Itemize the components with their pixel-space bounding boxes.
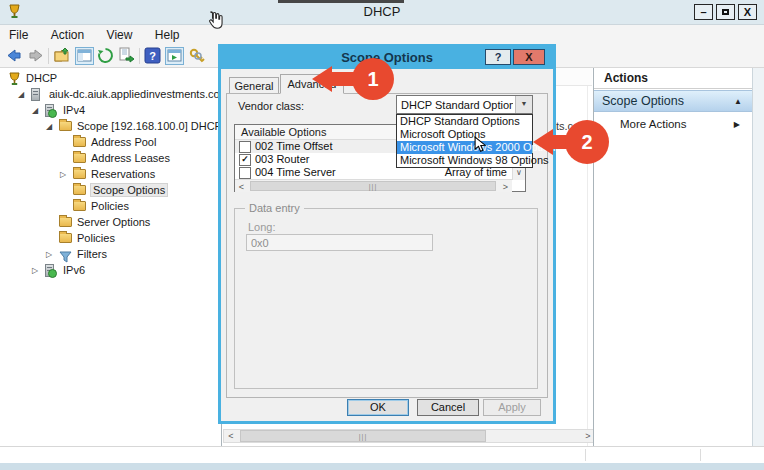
folder-up-icon[interactable] bbox=[54, 47, 72, 65]
dialog-close-button[interactable]: X bbox=[513, 49, 545, 65]
cropped-overlay-fragment bbox=[278, 0, 404, 3]
tree-expander-icon[interactable]: ◢ bbox=[32, 106, 42, 116]
tree-item-server[interactable]: ◢ aiuk-dc.aiuk.appliedinvestments.co.u bbox=[0, 87, 222, 103]
status-bar bbox=[0, 446, 764, 463]
ipv4-server-icon bbox=[45, 104, 54, 117]
menu-file[interactable]: File bbox=[0, 26, 37, 42]
long-value-text: 0x0 bbox=[251, 237, 269, 249]
tree-expander-icon[interactable]: ◢ bbox=[46, 122, 56, 132]
toolbar-separator bbox=[139, 48, 140, 64]
more-actions-label: More Actions bbox=[620, 118, 686, 130]
tree-item-label: Filters bbox=[77, 248, 107, 260]
callout-1-arrow bbox=[312, 66, 332, 92]
tree-item-label: DHCP bbox=[26, 72, 57, 84]
scroll-right-icon[interactable]: > bbox=[499, 181, 512, 192]
back-icon[interactable] bbox=[6, 47, 24, 65]
tree-item-ipv4[interactable]: ◢ IPv4 bbox=[0, 103, 222, 119]
combobox-dropdown-icon[interactable]: ▼ bbox=[515, 96, 532, 113]
export-list-icon[interactable] bbox=[118, 47, 136, 65]
tree-item-label: aiuk-dc.aiuk.appliedinvestments.co.u bbox=[49, 88, 221, 100]
more-actions-item[interactable]: More Actions ▶ bbox=[594, 115, 752, 135]
tab-general[interactable]: General bbox=[229, 77, 279, 94]
tree-expander-icon[interactable]: ▷ bbox=[60, 170, 70, 180]
menu-action[interactable]: Action bbox=[42, 26, 93, 42]
actions-section-scope-options[interactable]: Scope Options ▲ bbox=[594, 90, 752, 112]
status-bar-divider bbox=[700, 449, 701, 461]
tree-item-address-pool[interactable]: Address Pool bbox=[0, 135, 222, 151]
cancel-button[interactable]: Cancel bbox=[417, 399, 479, 416]
hand-cursor-icon bbox=[203, 8, 225, 36]
checkbox-unchecked[interactable] bbox=[239, 141, 251, 153]
svg-text:?: ? bbox=[149, 50, 156, 62]
option-label: 002 Time Offset bbox=[255, 140, 332, 152]
tree-item-policies-server[interactable]: Policies bbox=[0, 231, 222, 247]
checkbox-unchecked[interactable] bbox=[239, 167, 251, 179]
refresh-icon[interactable] bbox=[97, 47, 115, 65]
forward-icon[interactable] bbox=[27, 47, 45, 65]
minimize-button[interactable]: – bbox=[694, 4, 713, 20]
dropdown-option[interactable]: Microsoft Windows 98 Options bbox=[397, 154, 532, 167]
tree-expander-icon[interactable]: ▷ bbox=[46, 250, 56, 260]
tree-expander-icon[interactable]: ▷ bbox=[32, 266, 42, 276]
callout-1-arrow-body bbox=[330, 72, 354, 86]
maximize-button[interactable] bbox=[716, 4, 735, 20]
submenu-arrow-icon: ▶ bbox=[734, 120, 740, 129]
dropdown-option[interactable]: DHCP Standard Options bbox=[397, 115, 532, 128]
scroll-down-icon[interactable]: ∨ bbox=[513, 167, 525, 180]
callout-2-arrow bbox=[533, 129, 553, 155]
collapse-icon[interactable]: ▲ bbox=[734, 97, 742, 106]
tree-item-policies-scope[interactable]: Policies bbox=[0, 199, 222, 215]
scope-options-dialog: Scope Options ? X General Advanced Vendo… bbox=[218, 44, 556, 424]
right-gutter bbox=[752, 68, 764, 446]
tree-item-filters[interactable]: ▷ Filters bbox=[0, 247, 222, 263]
checkbox-checked[interactable]: ✓ bbox=[239, 154, 251, 166]
show-window-icon[interactable] bbox=[165, 47, 184, 65]
tree-item-label: Policies bbox=[91, 200, 129, 212]
dropdown-option-highlighted[interactable]: Microsoft Windows 2000 Options bbox=[397, 141, 532, 154]
scroll-left-icon[interactable]: < bbox=[224, 430, 238, 442]
close-button[interactable]: X bbox=[738, 4, 757, 20]
dropdown-option[interactable]: Microsoft Options bbox=[397, 128, 532, 141]
scope-folder-icon bbox=[59, 121, 72, 131]
menu-help[interactable]: Help bbox=[146, 26, 189, 42]
tree-item-address-leases[interactable]: Address Leases bbox=[0, 151, 222, 167]
options-horizontal-scrollbar[interactable]: < ||| > bbox=[235, 179, 512, 192]
menu-view[interactable]: View bbox=[98, 26, 142, 42]
tree-item-dhcp-root[interactable]: DHCP bbox=[0, 71, 222, 87]
results-horizontal-scrollbar[interactable]: < ||| > bbox=[223, 429, 596, 443]
console-tree-icon[interactable] bbox=[75, 47, 94, 65]
dialog-help-button[interactable]: ? bbox=[485, 49, 511, 65]
actions-header-label: Actions bbox=[604, 71, 648, 85]
actions-panel: Actions Scope Options ▲ More Actions ▶ bbox=[593, 68, 751, 446]
title-bar: DHCP – X bbox=[0, 0, 764, 25]
scrollbar-thumb[interactable]: ||| bbox=[240, 430, 486, 442]
status-bar-divider bbox=[585, 449, 586, 461]
tree-item-label: IPv6 bbox=[63, 264, 85, 276]
tree-item-server-options[interactable]: Server Options bbox=[0, 215, 222, 231]
address-pool-folder-icon bbox=[73, 137, 86, 147]
keys-icon[interactable] bbox=[188, 47, 206, 65]
long-value-input[interactable]: 0x0 bbox=[246, 234, 433, 251]
tree-item-scope-options[interactable]: Scope Options bbox=[0, 183, 222, 199]
address-leases-folder-icon bbox=[73, 153, 86, 163]
apply-button[interactable]: Apply bbox=[483, 399, 541, 416]
reservations-folder-icon bbox=[73, 169, 86, 179]
vendor-class-combobox[interactable]: DHCP Standard Options ▼ bbox=[396, 95, 533, 114]
policies-folder-icon bbox=[59, 233, 72, 243]
tree-item-scope[interactable]: ◢ Scope [192.168.100.0] DHCP bbox=[0, 119, 222, 135]
tree-expander-icon[interactable]: ◢ bbox=[18, 90, 28, 100]
tree-item-ipv6[interactable]: ▷ IPv6 bbox=[0, 263, 222, 279]
scope-options-folder-icon bbox=[73, 185, 86, 195]
option-label: 003 Router bbox=[255, 153, 309, 165]
help-icon[interactable]: ? bbox=[144, 47, 162, 65]
console-tree-panel: DHCP ◢ aiuk-dc.aiuk.appliedinvestments.c… bbox=[0, 68, 222, 446]
tree-item-reservations[interactable]: ▷ Reservations bbox=[0, 167, 222, 183]
vendor-class-dropdown-list: DHCP Standard Options Microsoft Options … bbox=[396, 114, 533, 168]
callout-1-badge: 1 bbox=[352, 58, 394, 100]
scroll-left-icon[interactable]: < bbox=[235, 181, 248, 192]
callout-2-badge: 2 bbox=[565, 120, 609, 164]
long-label: Long: bbox=[248, 221, 276, 233]
ipv6-server-icon bbox=[45, 264, 54, 277]
scrollbar-thumb[interactable]: ||| bbox=[250, 181, 496, 191]
ok-button[interactable]: OK bbox=[347, 399, 409, 416]
